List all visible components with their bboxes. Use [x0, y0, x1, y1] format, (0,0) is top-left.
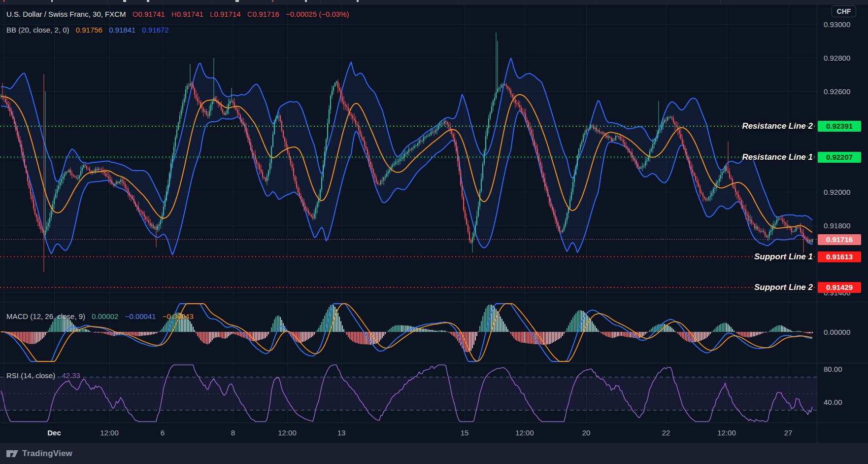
high-label: H: [171, 10, 177, 18]
time-tick-label: 12:00: [100, 428, 119, 437]
open-value: 0.91741: [138, 10, 165, 18]
resistance-2-price-badge: 0.92391: [818, 121, 861, 132]
currency-badge[interactable]: CHF: [832, 5, 856, 17]
time-tick-label: 12:00: [515, 428, 534, 437]
price-tick-label: 0.92800: [824, 54, 850, 62]
low-label: L: [210, 10, 214, 18]
macd-legend-row[interactable]: MACD (12, 26, close, 9) 0.00002 −0.00041…: [6, 312, 194, 321]
resistance-1-price-badge: 0.92207: [818, 152, 861, 163]
macd-tick-label: 0.00000: [824, 328, 850, 336]
time-tick-label: 15: [461, 428, 469, 437]
tradingview-link[interactable]: TradingView: [6, 447, 72, 461]
open-label: O: [133, 10, 138, 18]
footer-bar: TradingView: [0, 443, 868, 464]
support-1-price-badge: 0.91613: [818, 251, 861, 262]
change-value: −0.00025 (−0.03%): [286, 10, 349, 18]
brand-text: TradingView: [22, 449, 72, 459]
low-value: 0.91714: [214, 10, 240, 18]
time-tick-label: 12:00: [278, 428, 297, 437]
close-label: C: [247, 10, 253, 18]
resistance-line-2-label: Resistance Line 2: [742, 121, 813, 131]
tradingview-logo-icon: [6, 448, 19, 460]
chart-canvas[interactable]: [0, 0, 868, 464]
macd-label: MACD (12, 26, close, 9): [6, 312, 85, 321]
bb-label: BB (20, close, 2, 0): [6, 26, 69, 34]
time-tick-label: 27: [784, 428, 793, 437]
rsi-legend-row[interactable]: RSI (14, close) 42.33: [6, 371, 80, 380]
bb-upper-value: 0.91841: [109, 26, 135, 34]
price-tick-label: 0.91800: [824, 221, 850, 230]
time-tick-label: Dec: [47, 428, 61, 437]
bb-basis-value: 0.91756: [76, 26, 102, 34]
resistance-line-1-label: Resistance Line 1: [742, 152, 813, 162]
tradingview-chart-window: U.S. Dollar / Swiss Franc, 30, FXCM O0.9…: [0, 0, 868, 464]
rsi-tick-label: 40.00: [824, 398, 842, 406]
macd-signal-value: −0.00043: [163, 312, 194, 321]
time-tick-label: 12:00: [717, 428, 736, 437]
macd-hist-value: 0.00002: [92, 312, 118, 321]
chart-svg[interactable]: [0, 0, 868, 464]
rsi-label: RSI (14, close): [6, 371, 55, 380]
price-tick-label: 0.93000: [824, 20, 850, 29]
symbol-legend-row[interactable]: U.S. Dollar / Swiss Franc, 30, FXCM O0.9…: [6, 10, 349, 18]
support-line-1-label: Support Line 1: [754, 252, 813, 262]
support-line-2-label: Support Line 2: [754, 283, 813, 292]
price-tick-label: 0.92600: [824, 87, 850, 96]
macd-line-value: −0.00041: [125, 312, 156, 321]
high-value: 0.91741: [177, 10, 203, 18]
current-price-badge: 0.91716: [818, 234, 861, 245]
price-tick-label: 0.92000: [824, 188, 850, 196]
symbol-title: U.S. Dollar / Swiss Franc, 30, FXCM: [6, 10, 126, 18]
close-value: 0.91716: [253, 10, 279, 18]
rsi-tick-label: 80.00: [824, 365, 842, 373]
rsi-value: 42.33: [62, 371, 80, 380]
time-tick-label: 6: [161, 428, 165, 437]
time-tick-label: 13: [337, 428, 346, 437]
time-tick-label: 8: [231, 428, 235, 437]
support-2-price-badge: 0.91429: [818, 282, 861, 293]
bb-legend-row[interactable]: BB (20, close, 2, 0) 0.91756 0.91841 0.9…: [6, 26, 169, 34]
bb-lower-value: 0.91672: [142, 26, 169, 34]
time-tick-label: 22: [662, 428, 670, 437]
time-tick-label: 20: [582, 428, 591, 437]
